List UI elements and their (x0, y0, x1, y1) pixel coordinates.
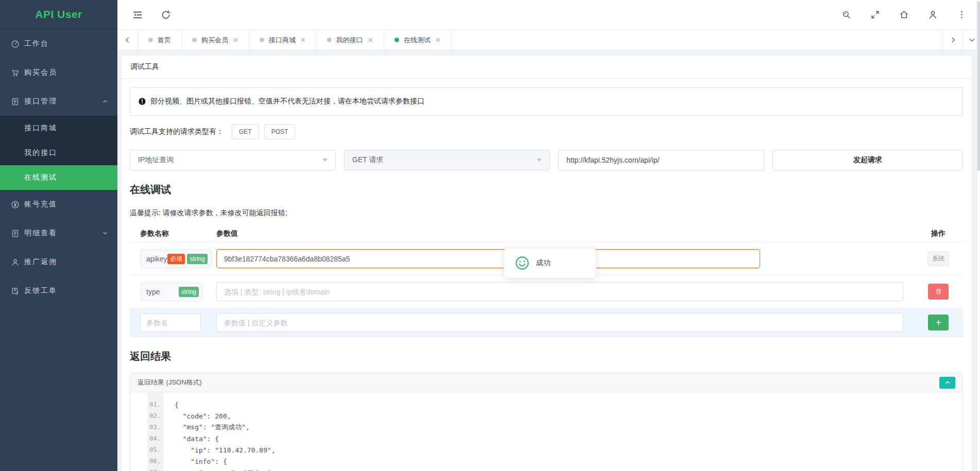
scrollbar-thumb[interactable] (977, 1, 980, 171)
code-line: 01.{ (130, 399, 962, 410)
card-title: 调试工具 (122, 56, 971, 79)
tabbar-spacer (452, 30, 942, 50)
api-select[interactable]: IP地址查询 (130, 150, 336, 170)
tabs-scroll-left-button[interactable] (117, 30, 138, 50)
api-management-submenu: 接口商城 我的接口 在线测试 (0, 116, 117, 190)
param-name-box: type string (140, 283, 202, 301)
tab-dot (394, 38, 399, 42)
api-select-value: IP地址查询 (138, 155, 174, 165)
system-tag: 系统 (927, 251, 949, 266)
caret-down-icon (537, 159, 542, 162)
delete-param-button[interactable] (928, 284, 949, 300)
code-line: 04. "data": { (130, 433, 962, 444)
request-url-input[interactable] (558, 150, 764, 170)
code-line: 05. "ip": "110.42.70.89", (130, 444, 962, 456)
chevron-right-icon (950, 37, 956, 43)
required-badge: 必填 (167, 254, 185, 264)
tab-api-market[interactable]: 接口商城 (249, 30, 317, 50)
add-param-button[interactable] (928, 315, 949, 330)
smiley-success-icon (514, 255, 530, 271)
toast-text: 成功 (536, 258, 551, 268)
json-result-viewer[interactable]: 01.{ 02. "code": 200, 03. "msg": "查询成功",… (130, 392, 962, 471)
post-method-button[interactable]: POST (264, 124, 296, 139)
topbar (117, 0, 980, 30)
sidebar-item-promotion-rebate[interactable]: 推广返佣 (0, 248, 117, 276)
method-select-value: GET 请求 (352, 155, 383, 165)
sidebar-item-my-apis[interactable]: 我的接口 (0, 141, 117, 165)
collapse-result-button[interactable] (939, 377, 955, 389)
header-action: 操作 (914, 229, 963, 238)
document-icon (11, 229, 20, 238)
sidebar-item-buy-membership[interactable]: 购买会员 (0, 58, 117, 87)
method-select[interactable]: GET 请求 (344, 150, 550, 170)
type-value-input[interactable] (216, 282, 903, 301)
methods-row: 调试工具支持的请求类型有： GET POST (130, 124, 963, 139)
refresh-icon[interactable] (160, 9, 171, 21)
tab-dot (192, 38, 197, 42)
param-row-type: type string (130, 275, 963, 308)
get-method-button[interactable]: GET (232, 124, 259, 139)
result-panel-title: 返回结果 (JSON格式) (137, 378, 202, 387)
chevron-down-icon (969, 37, 975, 43)
tab-dot (327, 38, 332, 42)
result-panel: 返回结果 (JSON格式) 01.{ 02. "code": 200, 03. … (130, 373, 963, 471)
dashboard-icon (11, 40, 20, 48)
custom-param-name-input[interactable] (140, 313, 201, 332)
code-line: 02. "code": 200, (130, 410, 962, 422)
param-name-box: apikey 必填 string (140, 250, 212, 268)
trash-icon (935, 288, 942, 295)
type-badge: string (179, 287, 199, 297)
collapse-sidebar-icon[interactable] (132, 9, 143, 21)
tab-buy-membership[interactable]: 购买会员 (182, 30, 249, 50)
document-icon (11, 97, 20, 106)
sidebar-item-api-market[interactable]: 接口商城 (0, 116, 117, 141)
params-table-header: 参数名称 参数值 操作 (130, 225, 963, 242)
sidebar-item-api-management[interactable]: 接口管理 (0, 87, 117, 116)
close-icon[interactable] (368, 37, 373, 43)
search-icon[interactable] (841, 10, 851, 20)
tab-online-test[interactable]: 在线测试 (384, 30, 452, 50)
sidebar-item-detail-view[interactable]: 明细查看 (0, 219, 117, 248)
tab-dot (148, 38, 153, 42)
caret-down-icon (322, 159, 328, 162)
success-toast: 成功 (504, 248, 596, 278)
person-icon (11, 258, 20, 267)
fullscreen-icon[interactable] (870, 10, 880, 20)
chevron-up-icon (944, 379, 951, 386)
sidebar-item-workbench[interactable]: 工作台 (0, 29, 117, 58)
tab-home[interactable]: 首页 (138, 30, 182, 50)
more-vertical-icon[interactable] (957, 10, 967, 20)
params-table: 参数名称 参数值 操作 apikey 必填 string (130, 225, 963, 337)
header-param-value: 参数值 (216, 229, 914, 238)
header-param-name: 参数名称 (130, 229, 216, 238)
send-request-button[interactable]: 发起请求 (772, 150, 963, 170)
home-icon[interactable] (899, 10, 909, 20)
result-panel-header: 返回结果 (JSON格式) (130, 373, 962, 392)
sidebar-item-account-recharge[interactable]: 账号充值 (0, 190, 117, 219)
tabs-scroll-right-button[interactable] (942, 30, 963, 50)
online-debug-title: 在线调试 (130, 183, 963, 197)
custom-param-value-input[interactable] (216, 313, 903, 332)
sidebar-item-online-test[interactable]: 在线测试 (0, 165, 117, 190)
page-scrollbar[interactable] (976, 0, 980, 471)
apikey-value-input[interactable] (216, 249, 760, 268)
code-line: 07. "en_name": "China" (130, 467, 962, 471)
close-icon[interactable] (233, 37, 238, 43)
yen-coin-icon (11, 200, 20, 209)
chevron-down-icon (102, 230, 108, 236)
param-row-custom (130, 308, 963, 337)
app-logo: API User (0, 0, 117, 29)
cart-icon (11, 68, 20, 77)
request-config-row: IP地址查询 GET 请求 发起请求 (130, 150, 963, 170)
tab-my-apis[interactable]: 我的接口 (317, 30, 384, 50)
notice-alert-text: 部分视频、图片或其他接口报错、空值并不代表无法对接，请在本地尝试请求参数接口 (150, 97, 424, 106)
tab-dot (260, 38, 264, 42)
feedback-icon (11, 287, 20, 295)
close-icon[interactable] (300, 37, 306, 43)
code-line: 03. "msg": "查询成功", (130, 422, 962, 433)
notice-alert: 部分视频、图片或其他接口报错、空值并不代表无法对接，请在本地尝试请求参数接口 (130, 87, 963, 116)
user-icon[interactable] (928, 10, 938, 20)
sidebar-item-feedback-ticket[interactable]: 反馈工单 (0, 276, 117, 305)
close-icon[interactable] (435, 37, 441, 43)
warning-icon (138, 97, 146, 106)
